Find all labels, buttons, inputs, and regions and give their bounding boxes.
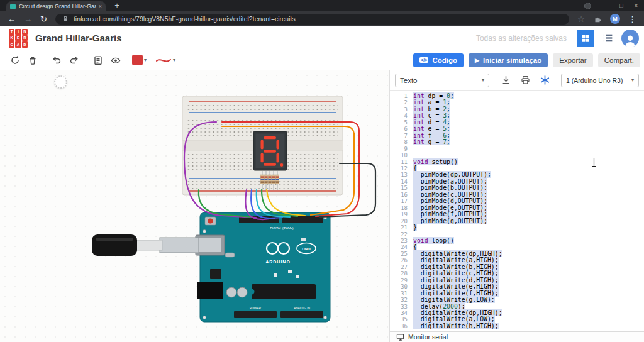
export-button[interactable]: Exportar xyxy=(553,53,592,67)
code-panel-toolbar: Texto ▾ 1 (Arduino Uno R3) ▾ xyxy=(390,70,644,91)
browser-tab[interactable]: Circuit design Grand Hillar-Gaaris × xyxy=(6,1,106,11)
list-icon xyxy=(602,32,614,44)
new-tab-button[interactable]: + xyxy=(112,1,122,11)
play-icon: ▶ xyxy=(475,57,479,63)
bookmark-star-icon[interactable]: ☆ xyxy=(577,15,585,23)
start-simulation-button[interactable]: ▶ Iniciar simulação xyxy=(469,53,548,67)
code-button[interactable]: </> Código xyxy=(413,53,464,67)
lock-icon xyxy=(62,15,69,23)
reset-button[interactable] xyxy=(208,219,213,224)
label-model: UNO xyxy=(302,247,311,251)
label-digital: DIGITAL (PWM~) xyxy=(270,227,294,230)
share-button[interactable]: Compart. xyxy=(598,53,640,67)
back-icon[interactable]: ← xyxy=(8,15,16,23)
url-input[interactable]: tinkercad.com/things/79lcgV8N5hF-grand-h… xyxy=(55,14,569,25)
browser-profile-icon[interactable] xyxy=(584,3,591,9)
chevron-down-icon: ▾ xyxy=(173,57,175,63)
circuit-drawing: DIGITAL (PWM~) ARDUINO UNO xyxy=(0,70,390,342)
chevron-down-icon: ▾ xyxy=(144,57,147,63)
url-text: tinkercad.com/things/79lcgV8N5hF-grand-h… xyxy=(74,15,296,23)
serial-monitor-label: Monitor serial xyxy=(408,333,448,341)
window-maximize-button[interactable]: □ xyxy=(619,3,623,9)
code-lines: 1int dp = 0;2int a = 1;3int b = 2;4int c… xyxy=(394,93,644,329)
arduino-uno[interactable]: DIGITAL (PWM~) ARDUINO UNO xyxy=(196,212,330,322)
extensions-icon[interactable] xyxy=(593,14,602,23)
code-editor[interactable]: 1int dp = 0;2int a = 1;3int b = 2;4int c… xyxy=(390,91,644,331)
list-view-button[interactable] xyxy=(602,32,614,44)
serial-monitor-icon xyxy=(396,333,404,341)
tinkercad-logo[interactable]: TINKERCAD xyxy=(9,29,28,48)
save-status: Todas as alterações salvas xyxy=(476,34,567,43)
label-analog: ANALOG IN xyxy=(294,307,311,310)
browser-tabstrip: Circuit design Grand Hillar-Gaaris × + —… xyxy=(0,0,644,11)
browser-avatar[interactable]: M xyxy=(610,14,620,24)
power-jack xyxy=(197,282,223,299)
starters-icon-button[interactable] xyxy=(540,75,550,86)
microcontroller-chip xyxy=(252,284,316,299)
forward-icon[interactable]: → xyxy=(24,15,32,23)
canvas-handle-button[interactable] xyxy=(54,75,67,89)
wire-style-icon xyxy=(155,56,172,65)
label-brand: ARDUINO xyxy=(265,260,291,264)
color-swatch-dropdown[interactable]: ▾ xyxy=(132,53,147,68)
wire-style-dropdown[interactable]: ▾ xyxy=(155,53,175,68)
label-power: POWER xyxy=(250,307,262,310)
editor-toolbar: ▾ ▾ </> Código ▶ Iniciar simulação Expor… xyxy=(0,50,644,70)
visibility-button[interactable] xyxy=(108,53,123,68)
window-close-button[interactable]: × xyxy=(635,3,638,9)
notes-button[interactable] xyxy=(91,53,106,68)
undo-button[interactable] xyxy=(49,53,64,68)
app-tile-button[interactable] xyxy=(577,30,594,47)
serial-monitor-bar[interactable]: Monitor serial xyxy=(390,331,644,342)
code-panel: Texto ▾ 1 (Arduino Uno R3) ▾ xyxy=(390,70,644,342)
delete-button[interactable] xyxy=(25,53,40,68)
rotate-button[interactable] xyxy=(8,53,23,68)
circuit-canvas[interactable]: DIGITAL (PWM~) ARDUINO UNO xyxy=(0,70,390,342)
blocks-icon xyxy=(580,33,591,43)
code-icon: </> xyxy=(419,57,428,63)
board-select[interactable]: 1 (Arduino Uno R3) ▾ xyxy=(561,74,639,87)
edit-mode-select[interactable]: Texto ▾ xyxy=(395,74,489,87)
window-minimize-button[interactable]: — xyxy=(602,3,608,9)
tab-title: Circuit design Grand Hillar-Gaaris xyxy=(19,3,96,9)
tab-close-icon[interactable]: × xyxy=(99,1,102,11)
browser-menu-icon[interactable]: ⋮ xyxy=(628,15,636,23)
redo-button[interactable] xyxy=(67,53,82,68)
chevron-down-icon: ▾ xyxy=(631,77,634,83)
reload-icon[interactable]: ↻ xyxy=(40,15,47,23)
user-avatar[interactable] xyxy=(621,30,639,47)
browser-addressbar: ← → ↻ tinkercad.com/things/79lcgV8N5hF-g… xyxy=(0,11,644,26)
tab-favicon xyxy=(10,4,16,9)
usb-cable[interactable] xyxy=(92,234,199,256)
print-code-button[interactable] xyxy=(520,75,531,86)
seven-segment-display[interactable] xyxy=(253,131,287,170)
app-window: Circuit design Grand Hillar-Gaaris × + —… xyxy=(0,0,644,342)
mouse-cursor-ibeam xyxy=(591,157,597,167)
download-code-button[interactable] xyxy=(501,75,511,86)
person-icon xyxy=(623,33,638,47)
color-swatch xyxy=(132,55,143,65)
chevron-down-icon: ▾ xyxy=(482,77,484,83)
app-header: TINKERCAD Grand Hillar-Gaaris Todas as a… xyxy=(0,26,644,50)
design-title[interactable]: Grand Hillar-Gaaris xyxy=(35,33,122,43)
